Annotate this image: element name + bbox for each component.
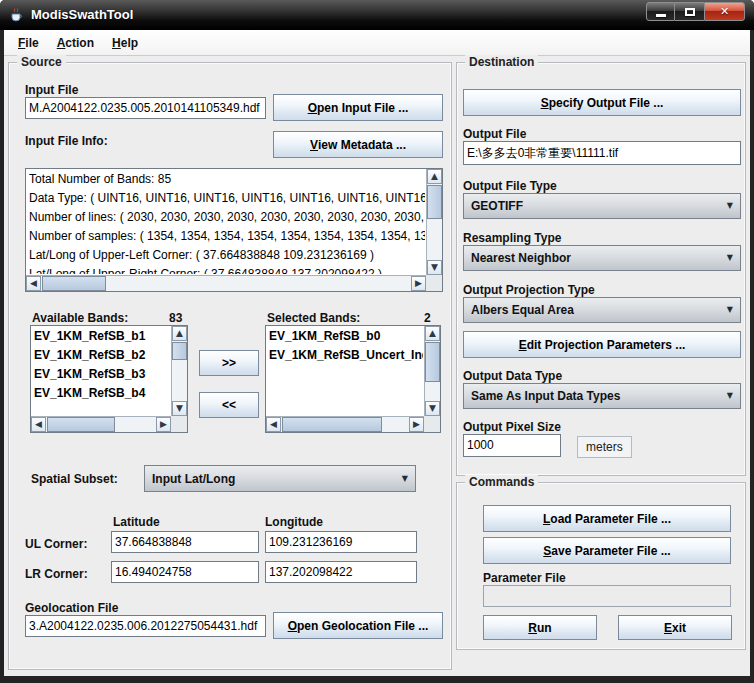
output-projection-type-value: Albers Equal Area	[471, 303, 574, 317]
java-app-icon	[9, 7, 25, 23]
list-item[interactable]: EV_1KM_RefSB_b4	[34, 384, 170, 403]
scrollbar-corner	[171, 416, 187, 432]
output-file-type-value: GEOTIFF	[471, 199, 523, 213]
commands-panel: Commands Load Parameter File ... Save Pa…	[456, 482, 746, 650]
info-line: Number of samples: ( 1354, 1354, 1354, 1…	[29, 227, 425, 246]
resampling-type-select[interactable]: Nearest Neighbor ▼	[463, 245, 741, 271]
exit-button[interactable]: Exit	[618, 615, 732, 640]
vertical-scrollbar[interactable]: ▲ ▼	[426, 169, 442, 275]
scroll-right-button[interactable]: ▶	[156, 417, 171, 432]
scroll-up-button[interactable]: ▲	[425, 326, 440, 341]
output-pixel-size-field[interactable]: 1000	[463, 434, 561, 457]
parameter-file-label: Parameter File	[483, 571, 566, 585]
ul-longitude-field[interactable]: 109.231236169	[265, 531, 417, 553]
available-bands-list[interactable]: EV_1KM_RefSB_b1 EV_1KM_RefSB_b2 EV_1KM_R…	[30, 325, 188, 433]
scroll-up-button[interactable]: ▲	[427, 169, 442, 184]
info-line: Data Type: ( UINT16, UINT16, UINT16, UIN…	[29, 189, 425, 208]
list-item[interactable]: EV_1KM_RefSB_b3	[34, 365, 170, 384]
lr-latitude-field[interactable]: 16.494024758	[111, 561, 259, 583]
chevron-down-icon[interactable]: ▼	[727, 305, 733, 314]
input-file-info-area[interactable]: Total Number of Bands: 85 Data Type: ( U…	[25, 168, 443, 292]
input-file-field[interactable]: M.A2004122.0235.005.2010141105349.hdf	[25, 97, 266, 119]
resampling-type-value: Nearest Neighbor	[471, 251, 571, 265]
scroll-right-button[interactable]: ▶	[409, 417, 424, 432]
menu-help[interactable]: Help	[103, 32, 147, 54]
save-parameter-file-button[interactable]: Save Parameter File ...	[483, 537, 731, 564]
output-data-type-select[interactable]: Same As Input Data Types ▼	[463, 383, 741, 409]
scroll-down-button[interactable]: ▼	[425, 401, 440, 416]
list-item[interactable]: EV_1KM_RefSB_b0	[269, 327, 423, 346]
horizontal-scrollbar[interactable]: ◀ ▶	[31, 416, 171, 432]
geolocation-file-label: Geolocation File	[25, 601, 118, 615]
scroll-left-button[interactable]: ◀	[31, 417, 46, 432]
selected-bands-count: 2	[424, 311, 431, 325]
scroll-right-button[interactable]: ▶	[411, 276, 426, 291]
ul-latitude-field[interactable]: 37.664838848	[111, 531, 259, 553]
horizontal-scrollbar[interactable]: ◀ ▶	[266, 416, 424, 432]
output-file-type-select[interactable]: GEOTIFF ▼	[463, 193, 741, 219]
destination-panel: Destination Specify Output File ... Outp…	[456, 62, 746, 476]
run-button[interactable]: Run	[483, 615, 597, 640]
input-file-label: Input File	[25, 83, 78, 97]
edit-projection-parameters-button[interactable]: Edit Projection Parameters ...	[463, 331, 741, 358]
scrollbar-corner	[424, 416, 440, 432]
lr-corner-label: LR Corner:	[25, 567, 88, 581]
source-panel: Source Input File M.A2004122.0235.005.20…	[8, 62, 452, 670]
maximize-button[interactable]	[675, 2, 704, 21]
scroll-up-icon: ▲	[429, 329, 436, 338]
geolocation-file-field[interactable]: 3.A2004122.0235.006.2012275054431.hdf	[25, 615, 266, 637]
available-bands-count: 83	[169, 311, 182, 325]
vertical-scrollbar[interactable]: ▲ ▼	[171, 326, 187, 416]
scroll-down-button[interactable]: ▼	[427, 260, 442, 275]
scrollbar-thumb[interactable]	[172, 342, 187, 360]
selected-bands-items: EV_1KM_RefSB_b0 EV_1KM_RefSB_Uncert_Inde…	[269, 327, 423, 415]
output-file-field[interactable]: E:\多多去0非常重要\11111.tif	[463, 141, 741, 165]
scrollbar-thumb[interactable]	[427, 185, 442, 219]
chevron-down-icon[interactable]: ▼	[727, 391, 733, 400]
spatial-subset-select[interactable]: Input Lat/Long ▼	[144, 465, 416, 492]
resampling-type-label: Resampling Type	[463, 231, 561, 245]
scrollbar-thumb[interactable]	[282, 417, 382, 432]
list-item[interactable]: EV_1KM_RefSB_b1	[34, 327, 170, 346]
scroll-left-button[interactable]: ◀	[266, 417, 281, 432]
specify-output-file-button[interactable]: Specify Output File ...	[463, 89, 741, 116]
scroll-down-button[interactable]: ▼	[172, 401, 187, 416]
lr-longitude-field[interactable]: 137.202098422	[265, 561, 417, 583]
vertical-scrollbar[interactable]: ▲ ▼	[424, 326, 440, 416]
menu-action[interactable]: Action	[48, 32, 103, 54]
close-button[interactable]: ✕	[704, 2, 745, 21]
scrollbar-thumb[interactable]	[425, 342, 440, 382]
scroll-up-button[interactable]: ▲	[172, 326, 187, 341]
add-band-button[interactable]: >>	[199, 350, 259, 376]
menu-file[interactable]: File	[9, 32, 48, 54]
source-panel-title: Source	[17, 55, 66, 69]
minimize-button[interactable]	[646, 2, 675, 21]
scroll-down-icon: ▼	[429, 404, 436, 413]
close-icon: ✕	[720, 5, 729, 18]
title-bar[interactable]: ModisSwathTool ✕	[0, 0, 754, 30]
output-pixel-size-label: Output Pixel Size	[463, 420, 561, 434]
scroll-left-button[interactable]: ◀	[26, 276, 41, 291]
horizontal-scrollbar[interactable]: ◀ ▶	[26, 275, 426, 291]
open-geolocation-file-button[interactable]: Open Geolocation File ...	[273, 612, 443, 639]
selected-bands-list[interactable]: EV_1KM_RefSB_b0 EV_1KM_RefSB_Uncert_Inde…	[265, 325, 441, 433]
scrollbar-thumb[interactable]	[47, 417, 115, 432]
scroll-right-icon: ▶	[413, 420, 420, 429]
parameter-file-field[interactable]	[483, 585, 731, 607]
available-bands-label: Available Bands:	[32, 311, 128, 325]
scrollbar-thumb[interactable]	[42, 276, 106, 291]
list-item[interactable]: EV_1KM_RefSB_b2	[34, 346, 170, 365]
chevron-down-icon[interactable]: ▼	[727, 253, 733, 262]
view-metadata-button[interactable]: View Metadata ...	[273, 131, 443, 158]
scroll-down-icon: ▼	[431, 263, 438, 272]
info-line: Lat/Long of Upper-Left Corner: ( 37.6648…	[29, 246, 425, 265]
selected-bands-label: Selected Bands:	[267, 311, 360, 325]
open-input-file-button[interactable]: Open Input File ...	[273, 94, 443, 121]
output-projection-type-select[interactable]: Albers Equal Area ▼	[463, 297, 741, 323]
list-item[interactable]: EV_1KM_RefSB_Uncert_Indexes	[269, 346, 423, 365]
output-file-label: Output File	[463, 127, 526, 141]
load-parameter-file-button[interactable]: Load Parameter File ...	[483, 505, 731, 532]
chevron-down-icon[interactable]: ▼	[402, 474, 408, 483]
remove-band-button[interactable]: <<	[199, 392, 259, 418]
chevron-down-icon[interactable]: ▼	[727, 201, 733, 210]
